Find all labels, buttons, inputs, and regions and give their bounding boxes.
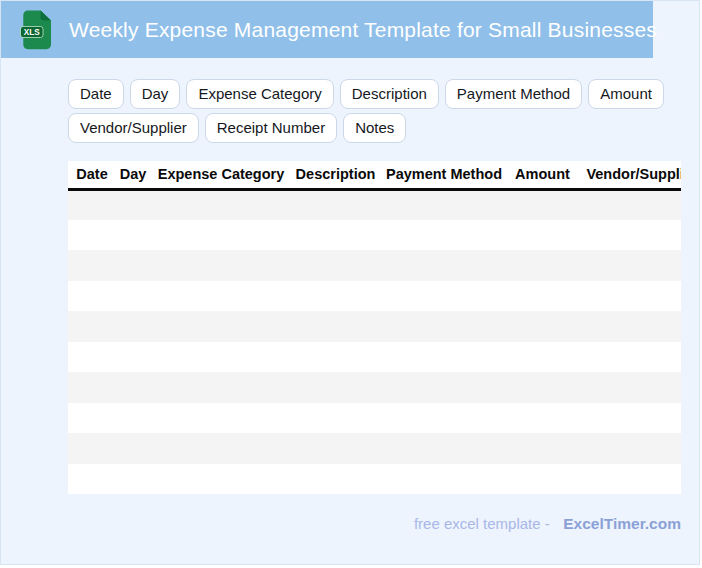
template-card: XLS Weekly Expense Management Template f… bbox=[0, 0, 700, 565]
file-badge-label: XLS bbox=[24, 28, 40, 37]
col-header-date: Date bbox=[68, 161, 116, 189]
table-empty-row bbox=[68, 189, 681, 220]
table-empty-row bbox=[68, 311, 681, 342]
column-chip-list: Date Day Expense Category Description Pa… bbox=[68, 79, 688, 143]
table-empty-row bbox=[68, 250, 681, 281]
col-header-amount: Amount bbox=[509, 161, 576, 189]
table-empty-row bbox=[68, 464, 681, 495]
chip-date[interactable]: Date bbox=[68, 79, 124, 109]
table-header-row: Date Day Expense Category Description Pa… bbox=[68, 161, 681, 189]
page-title: Weekly Expense Management Template for S… bbox=[69, 18, 657, 42]
file-fold-shape bbox=[41, 10, 52, 20]
xls-file-icon: XLS bbox=[20, 10, 54, 50]
table-empty-row bbox=[68, 220, 681, 251]
chip-receipt-number[interactable]: Receipt Number bbox=[205, 113, 337, 143]
col-header-payment-method: Payment Method bbox=[379, 161, 509, 189]
page: XLS Weekly Expense Management Template f… bbox=[0, 0, 702, 568]
footer-text: free excel template - bbox=[414, 515, 550, 532]
col-header-day: Day bbox=[116, 161, 150, 189]
chip-vendor-supplier[interactable]: Vendor/Supplier bbox=[68, 113, 199, 143]
expense-table-container: Date Day Expense Category Description Pa… bbox=[68, 161, 681, 494]
chip-payment-method[interactable]: Payment Method bbox=[445, 79, 582, 109]
expense-table: Date Day Expense Category Description Pa… bbox=[68, 161, 681, 494]
table-empty-row bbox=[68, 342, 681, 373]
col-header-description: Description bbox=[292, 161, 379, 189]
footer-brand-link[interactable]: ExcelTimer.com bbox=[563, 515, 681, 532]
footer-credit: free excel template - ExcelTimer.com bbox=[68, 515, 681, 533]
col-header-expense-category: Expense Category bbox=[150, 161, 292, 189]
chip-notes[interactable]: Notes bbox=[343, 113, 406, 143]
table-empty-row bbox=[68, 403, 681, 434]
chip-description[interactable]: Description bbox=[340, 79, 439, 109]
chip-amount[interactable]: Amount bbox=[588, 79, 664, 109]
table-empty-row bbox=[68, 281, 681, 312]
table-empty-row bbox=[68, 372, 681, 403]
chip-day[interactable]: Day bbox=[130, 79, 181, 109]
table-body bbox=[68, 189, 681, 494]
chip-expense-category[interactable]: Expense Category bbox=[186, 79, 333, 109]
col-header-vendor-supplier: Vendor/Supplier bbox=[576, 161, 681, 189]
header-bar: XLS Weekly Expense Management Template f… bbox=[1, 1, 653, 58]
table-empty-row bbox=[68, 433, 681, 464]
